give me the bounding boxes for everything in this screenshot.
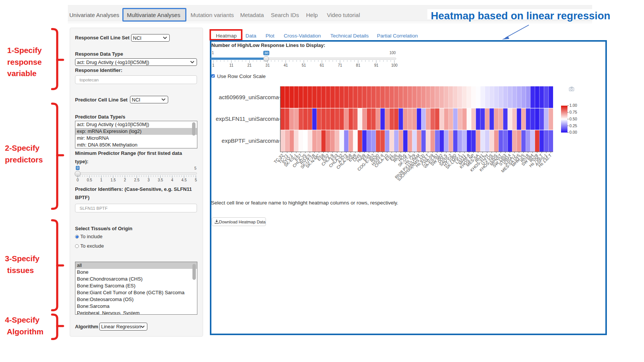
svg-text:0.50: 0.50 xyxy=(569,117,577,121)
svg-text:1.00: 1.00 xyxy=(569,103,577,108)
svg-text:act609699_uniSarcoma: act609699_uniSarcoma xyxy=(219,94,279,100)
svg-text:expSLFN11_uniSarcoma: expSLFN11_uniSarcoma xyxy=(216,115,279,122)
svg-text:0.75: 0.75 xyxy=(569,110,577,114)
svg-text:0.00: 0.00 xyxy=(569,130,577,134)
svg-text:expBPTF_uniSarcoma: expBPTF_uniSarcoma xyxy=(222,137,279,144)
svg-text:0.25: 0.25 xyxy=(569,123,577,128)
